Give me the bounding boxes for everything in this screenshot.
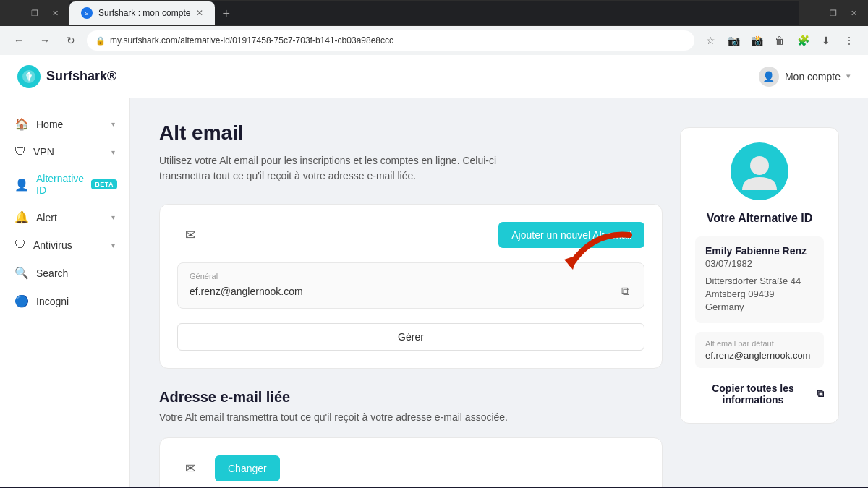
default-email-card: Alt email par défaut ef.renz@anglernook.… [695, 332, 824, 368]
tab-bar: S Surfshark : mon compte ✕ + [69, 1, 799, 25]
avatar [731, 142, 788, 200]
user-menu-label: Mon compte [785, 71, 841, 82]
menu-icon[interactable]: ⋮ [839, 30, 859, 51]
sidebar-item-alternative-id[interactable]: 👤 Alternative ID BETA [0, 166, 129, 203]
mail-icon: ✉ [177, 222, 203, 248]
logo-text: Surfshark® [46, 69, 116, 84]
sidebar-item-alert[interactable]: 🔔 Alert ▾ [0, 203, 129, 231]
beta-badge: BETA [91, 179, 117, 189]
right-panel: Votre Alternative ID Emily Fabienne Renz… [680, 121, 839, 464]
download-icon[interactable]: ⬇ [816, 30, 836, 51]
camera-icon[interactable]: 📸 [746, 30, 767, 51]
window-right-controls: — ❐ ✕ [804, 4, 862, 22]
linked-email-card: ✉ Changer Adresse e-mail liée clubic@clu… [159, 437, 663, 487]
default-email-label: Alt email par défaut [705, 339, 814, 348]
email-value: ef.renz@anglernook.com [190, 286, 303, 297]
copy-email-button[interactable]: ⧉ [618, 283, 632, 299]
logo-area: Surfshark® [17, 65, 148, 88]
sidebar-label-vpn: VPN [33, 146, 104, 158]
sidebar-item-home[interactable]: 🏠 Home ▾ [0, 110, 129, 138]
win-close-button[interactable]: ✕ [845, 4, 862, 22]
person-name: Emily Fabienne Renz [705, 245, 814, 257]
tab-title: Surfshark : mon compte [98, 8, 190, 18]
vpn-icon: 🛡 [14, 145, 26, 158]
alert-arrow-icon: ▾ [111, 213, 115, 221]
add-alt-email-button[interactable]: Ajouter un nouvel Alt email [498, 222, 644, 248]
sidebar-label-search: Search [36, 267, 115, 279]
card-header: ✉ Ajouter un nouvel Alt email [177, 222, 644, 248]
sidebar-label-antivirus: Antivirus [33, 239, 104, 251]
new-tab-button[interactable]: + [216, 4, 236, 25]
email-label: Général [190, 272, 632, 281]
tab-favicon: S [81, 7, 93, 19]
alt-email-card: ✉ Ajouter un nouvel Alt email Général ef… [159, 204, 663, 369]
person-birthdate: 03/07/1982 [705, 258, 814, 269]
address-bar-row: ← → ↻ 🔒 my.surfshark.com/alternative-id/… [0, 26, 868, 55]
address-country: Germany [705, 301, 814, 314]
lock-icon: 🔒 [95, 36, 106, 46]
search-icon: 🔍 [14, 266, 29, 280]
win-minimize-button[interactable]: — [804, 4, 822, 22]
back-button[interactable]: ← [9, 30, 29, 51]
person-address: Dittersdorfer Straße 44 Amtsberg 09439 G… [705, 275, 814, 314]
win-maximize-button[interactable]: ❐ [825, 4, 842, 22]
bookmark-icon[interactable]: ☆ [700, 30, 720, 51]
sidebar-item-search[interactable]: 🔍 Search [0, 259, 129, 287]
maximize-button[interactable]: ❐ [26, 4, 43, 22]
alt-id-card: Votre Alternative ID Emily Fabienne Renz… [680, 127, 839, 424]
copy-email-icon: ⧉ [621, 285, 629, 297]
change-button[interactable]: Changer [215, 455, 280, 481]
extensions-icon[interactable]: 🧩 [793, 30, 813, 51]
close-button[interactable]: ✕ [46, 4, 64, 22]
incogni-icon: 🔵 [14, 294, 29, 308]
manage-button[interactable]: Gérer [177, 323, 644, 351]
user-avatar-icon: 👤 [759, 67, 779, 87]
linked-email-title: Adresse e-mail liée [159, 389, 663, 406]
copy-all-button[interactable]: Copier toutes les informations ⧉ [695, 380, 824, 408]
main-content: Alt email Utilisez votre Alt email pour … [130, 98, 868, 487]
delete-icon[interactable]: 🗑 [770, 30, 790, 51]
alternative-id-icon: 👤 [14, 178, 29, 192]
linked-email-section: Adresse e-mail liée Votre Alt email tran… [159, 389, 663, 487]
default-email-value: ef.renz@anglernook.com [705, 350, 814, 361]
antivirus-icon: 🛡 [14, 239, 26, 252]
alt-id-title: Votre Alternative ID [707, 212, 813, 225]
linked-card-header: ✉ Changer [177, 455, 644, 481]
page-title: Alt email [159, 121, 663, 145]
linked-mail-icon: ✉ [177, 455, 203, 481]
address-bar[interactable]: 🔒 my.surfshark.com/alternative-id/019174… [87, 30, 694, 51]
user-menu[interactable]: 👤 Mon compte ▾ [759, 67, 851, 87]
copy-all-label: Copier toutes les informations [695, 382, 811, 406]
linked-email-desc: Votre Alt email transmettra tout ce qu'i… [159, 411, 663, 423]
url-text: my.surfshark.com/alternative-id/01917458… [110, 35, 393, 46]
browser-titlebar: — ❐ ✕ S Surfshark : mon compte ✕ + — ❐ ✕ [0, 0, 868, 26]
copy-all-icon: ⧉ [817, 388, 824, 400]
sidebar-label-home: Home [36, 119, 104, 130]
email-value-row: ef.renz@anglernook.com ⧉ [190, 283, 632, 299]
address-line1: Dittersdorfer Straße 44 [705, 275, 814, 288]
sidebar-item-incogni[interactable]: 🔵 Incogni [0, 287, 129, 315]
user-menu-chevron: ▾ [846, 72, 851, 81]
home-icon: 🏠 [14, 117, 29, 131]
info-card: Emily Fabienne Renz 03/07/1982 Dittersdo… [695, 236, 824, 323]
minimize-button[interactable]: — [6, 4, 23, 22]
logo-icon [17, 65, 41, 88]
sidebar-item-antivirus[interactable]: 🛡 Antivirus ▾ [0, 231, 129, 259]
sidebar: 🏠 Home ▾ 🛡 VPN ▾ 👤 Alternative ID BETA 🔔… [0, 98, 130, 487]
reload-button[interactable]: ↻ [61, 30, 81, 51]
content-area: Alt email Utilisez votre Alt email pour … [159, 121, 663, 464]
home-arrow-icon: ▾ [111, 120, 115, 128]
active-tab[interactable]: S Surfshark : mon compte ✕ [69, 1, 215, 25]
window-controls: — ❐ ✕ [6, 4, 64, 22]
vpn-arrow-icon: ▾ [111, 148, 115, 156]
tab-close-icon[interactable]: ✕ [196, 8, 203, 18]
screenshot-icon[interactable]: 📷 [723, 30, 744, 51]
address-line2: Amtsberg 09439 [705, 288, 814, 301]
email-row: Général ef.renz@anglernook.com ⧉ [177, 262, 644, 309]
sidebar-label-incogni: Incogni [36, 296, 115, 307]
forward-button[interactable]: → [35, 30, 55, 51]
browser-window: — ❐ ✕ S Surfshark : mon compte ✕ + — ❐ ✕… [0, 0, 868, 487]
app-wrapper: Surfshark® 👤 Mon compte ▾ 🏠 Home ▾ 🛡 VPN [0, 55, 868, 487]
page-description: Utilisez votre Alt email pour les inscri… [159, 153, 535, 184]
sidebar-item-vpn[interactable]: 🛡 VPN ▾ [0, 138, 129, 166]
